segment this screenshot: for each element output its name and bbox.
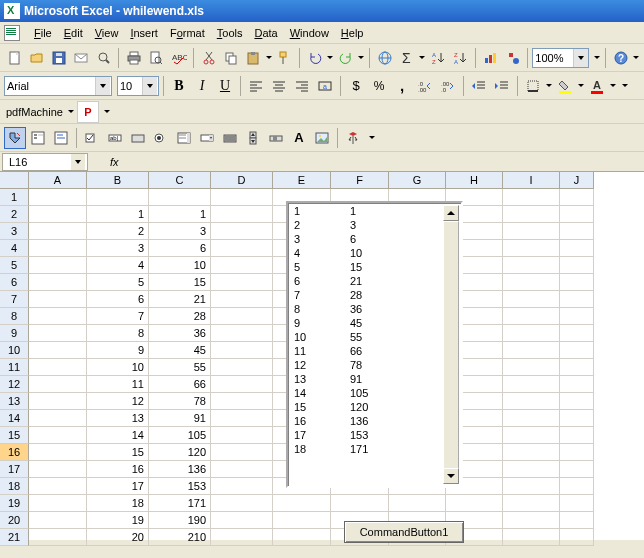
column-header-J[interactable]: J (560, 172, 594, 189)
combobox-icon[interactable] (196, 127, 218, 149)
cell-D16[interactable] (211, 444, 273, 461)
cell-A7[interactable] (29, 291, 87, 308)
help-icon[interactable]: ? (610, 47, 631, 69)
menu-window[interactable]: Window (284, 25, 335, 41)
font-name-combo[interactable] (4, 76, 112, 96)
cell-B3[interactable]: 2 (87, 223, 149, 240)
cell-A14[interactable] (29, 410, 87, 427)
cell-A15[interactable] (29, 427, 87, 444)
cell-A1[interactable] (29, 189, 87, 206)
column-header-G[interactable]: G (389, 172, 446, 189)
cell-D8[interactable] (211, 308, 273, 325)
menu-tools[interactable]: Tools (211, 25, 249, 41)
spelling-icon[interactable]: ABC (168, 47, 189, 69)
print-preview-icon[interactable] (146, 47, 167, 69)
row-header-15[interactable]: 15 (0, 427, 29, 444)
copy-icon[interactable] (220, 47, 241, 69)
pdfmachine-label[interactable]: pdfMachine (6, 106, 63, 118)
view-code-icon[interactable] (50, 127, 72, 149)
cell-A11[interactable] (29, 359, 87, 376)
cell-J14[interactable] (560, 410, 594, 427)
cut-icon[interactable] (198, 47, 219, 69)
cell-J9[interactable] (560, 325, 594, 342)
drawing-icon[interactable] (502, 47, 523, 69)
cell-J6[interactable] (560, 274, 594, 291)
cell-D4[interactable] (211, 240, 273, 257)
row-header-18[interactable]: 18 (0, 478, 29, 495)
listbox-control[interactable]: 1123364105156217288369451055116612781391… (286, 201, 463, 488)
cell-C13[interactable]: 78 (149, 393, 211, 410)
row-header-1[interactable]: 1 (0, 189, 29, 206)
toggle-button-icon[interactable] (219, 127, 241, 149)
cell-B4[interactable]: 3 (87, 240, 149, 257)
fill-color-dropdown[interactable] (577, 84, 585, 87)
bold-button[interactable]: B (168, 75, 190, 97)
cell-D12[interactable] (211, 376, 273, 393)
row-header-20[interactable]: 20 (0, 512, 29, 529)
email-icon[interactable] (71, 47, 92, 69)
cell-C3[interactable]: 3 (149, 223, 211, 240)
row-header-10[interactable]: 10 (0, 342, 29, 359)
cell-B6[interactable]: 5 (87, 274, 149, 291)
checkbox-icon[interactable] (81, 127, 103, 149)
menu-format[interactable]: Format (164, 25, 211, 41)
cell-J19[interactable] (560, 495, 594, 512)
cell-B18[interactable]: 17 (87, 478, 149, 495)
cell-B8[interactable]: 7 (87, 308, 149, 325)
decrease-decimal-icon[interactable]: .00.0 (437, 75, 459, 97)
currency-icon[interactable]: $ (345, 75, 367, 97)
cell-D3[interactable] (211, 223, 273, 240)
label-icon[interactable]: A (288, 127, 310, 149)
percent-icon[interactable]: % (368, 75, 390, 97)
cell-C2[interactable]: 1 (149, 206, 211, 223)
cell-A4[interactable] (29, 240, 87, 257)
cell-D7[interactable] (211, 291, 273, 308)
listbox-row[interactable]: 621 (290, 275, 443, 289)
name-box-dropdown-icon[interactable] (71, 154, 85, 170)
cell-J11[interactable] (560, 359, 594, 376)
cell-E20[interactable] (273, 512, 331, 529)
cell-F19[interactable] (331, 495, 389, 512)
borders-dropdown[interactable] (545, 84, 553, 87)
listbox-row[interactable]: 1166 (290, 345, 443, 359)
menu-edit[interactable]: Edit (58, 25, 89, 41)
font-color-dropdown[interactable] (609, 84, 617, 87)
cell-B12[interactable]: 11 (87, 376, 149, 393)
row-header-6[interactable]: 6 (0, 274, 29, 291)
cell-D18[interactable] (211, 478, 273, 495)
workbook-icon[interactable] (4, 25, 20, 41)
listbox-row[interactable]: 36 (290, 233, 443, 247)
name-box[interactable] (2, 153, 88, 171)
listbox-row[interactable]: 17153 (290, 429, 443, 443)
cell-I7[interactable] (503, 291, 560, 308)
row-header-21[interactable]: 21 (0, 529, 29, 546)
search-icon[interactable] (93, 47, 114, 69)
italic-button[interactable]: I (191, 75, 213, 97)
cell-H19[interactable] (446, 495, 503, 512)
cell-C18[interactable]: 153 (149, 478, 211, 495)
font-name-dropdown-icon[interactable] (95, 77, 110, 95)
font-size-combo[interactable] (117, 76, 159, 96)
cell-B20[interactable]: 19 (87, 512, 149, 529)
row-header-5[interactable]: 5 (0, 257, 29, 274)
cell-A5[interactable] (29, 257, 87, 274)
cell-I16[interactable] (503, 444, 560, 461)
image-icon[interactable] (311, 127, 333, 149)
row-header-9[interactable]: 9 (0, 325, 29, 342)
redo-dropdown[interactable] (357, 56, 365, 59)
cell-I12[interactable] (503, 376, 560, 393)
cell-I5[interactable] (503, 257, 560, 274)
cell-A17[interactable] (29, 461, 87, 478)
cell-B21[interactable]: 20 (87, 529, 149, 546)
cell-A2[interactable] (29, 206, 87, 223)
cell-I11[interactable] (503, 359, 560, 376)
row-header-16[interactable]: 16 (0, 444, 29, 461)
spin-button-icon[interactable] (242, 127, 264, 149)
cell-J10[interactable] (560, 342, 594, 359)
format-toolbar-options[interactable] (621, 84, 629, 87)
new-icon[interactable] (4, 47, 25, 69)
column-header-F[interactable]: F (331, 172, 389, 189)
sort-desc-icon[interactable]: ZA (450, 47, 471, 69)
merge-center-icon[interactable]: a (314, 75, 336, 97)
zoom-combo[interactable] (532, 48, 589, 68)
